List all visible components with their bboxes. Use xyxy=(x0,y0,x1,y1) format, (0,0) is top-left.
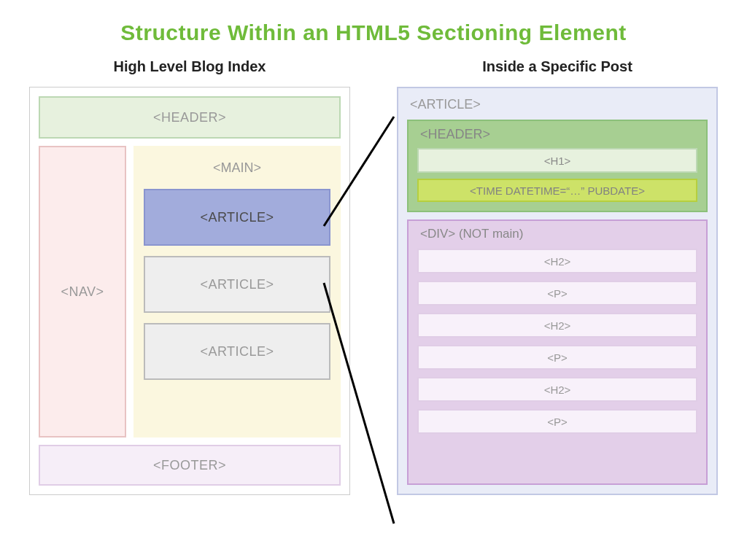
post-header-box: <HEADER> <H1> <TIME DATETIME=“…” PUBDATE… xyxy=(407,120,708,212)
post-div-box: <DIV> (NOT main) <H2> <P> <H2> <P> <H2> … xyxy=(407,219,708,485)
footer-box: <FOOTER> xyxy=(39,445,341,486)
header-box: <HEADER> xyxy=(39,96,341,139)
article-label: <ARTICLE> xyxy=(407,96,708,112)
h1-box: <H1> xyxy=(417,148,697,173)
page-title: Structure Within an HTML5 Sectioning Ele… xyxy=(0,0,747,45)
article-box: <ARTICLE> xyxy=(144,256,330,313)
h2-box: <H2> xyxy=(417,377,697,402)
main-box: <MAIN> <ARTICLE> <ARTICLE> <ARTICLE> xyxy=(133,146,341,438)
main-label: <MAIN> xyxy=(144,155,330,179)
p-box: <P> xyxy=(417,409,697,434)
right-column: Inside a Specific Post <ARTICLE> <HEADER… xyxy=(397,58,718,495)
time-box: <TIME DATETIME=“…” PUBDATE> xyxy=(417,179,697,202)
article-box: <ARTICLE> xyxy=(144,323,330,380)
h2-box: <H2> xyxy=(417,249,697,273)
left-column: High Level Blog Index <HEADER> <NAV> <MA… xyxy=(29,58,350,495)
p-box: <P> xyxy=(417,345,697,370)
right-heading: Inside a Specific Post xyxy=(397,58,718,75)
p-box: <P> xyxy=(417,281,697,306)
post-header-label: <HEADER> xyxy=(417,127,697,142)
post-article-box: <ARTICLE> <HEADER> <H1> <TIME DATETIME=“… xyxy=(397,87,718,495)
nav-box: <NAV> xyxy=(39,146,126,438)
article-box-highlighted: <ARTICLE> xyxy=(144,189,330,246)
blog-index-box: <HEADER> <NAV> <MAIN> <ARTICLE> <ARTICLE… xyxy=(29,87,350,495)
post-div-label: <DIV> (NOT main) xyxy=(417,227,697,241)
h2-box: <H2> xyxy=(417,313,697,338)
left-heading: High Level Blog Index xyxy=(29,58,350,75)
